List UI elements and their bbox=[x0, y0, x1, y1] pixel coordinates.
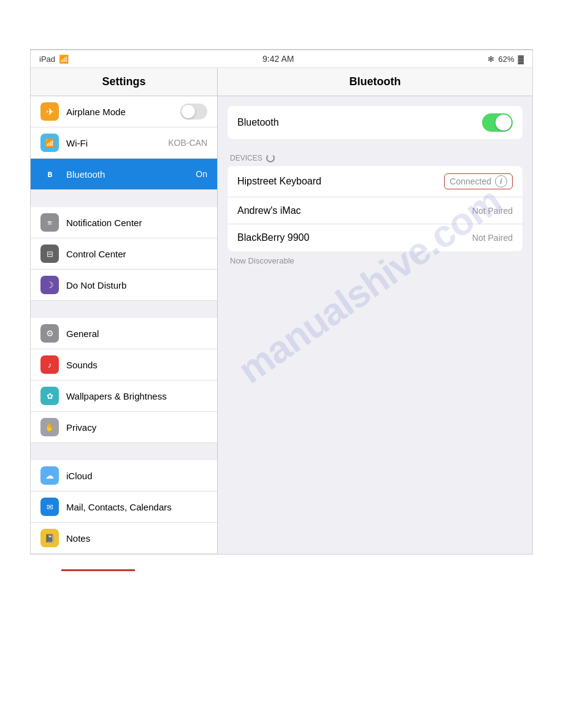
status-bar: iPad 📶 9:42 AM ✻ 62% ▓ bbox=[31, 50, 532, 68]
bottom-red-line bbox=[61, 569, 135, 571]
notification-center-label: Notification Center bbox=[66, 218, 207, 228]
privacy-icon: ✋ bbox=[40, 418, 59, 436]
sidebar-item-airplane-mode[interactable]: ✈ Airplane Mode bbox=[31, 96, 217, 127]
device-status-hipstreet: Connected i bbox=[444, 173, 513, 189]
ipad-frame: iPad 📶 9:42 AM ✻ 62% ▓ Settings ✈ Airpla… bbox=[30, 50, 533, 555]
mail-label: Mail, Contacts, Calendars bbox=[66, 502, 207, 512]
connected-text: Connected bbox=[450, 176, 491, 186]
detail-panel: Bluetooth Bluetooth DEVICES bbox=[218, 68, 532, 554]
icloud-label: iCloud bbox=[66, 471, 207, 481]
icloud-icon: ☁ bbox=[40, 466, 59, 485]
sidebar-item-privacy[interactable]: ✋ Privacy bbox=[31, 412, 217, 443]
main-layout: Settings ✈ Airplane Mode 📶 Wi-Fi KOB-CAN bbox=[31, 68, 532, 554]
general-icon: ⚙ bbox=[40, 324, 59, 343]
sidebar-sep-1 bbox=[31, 190, 217, 207]
sidebar-item-wallpapers[interactable]: ✿ Wallpapers & Brightness bbox=[31, 381, 217, 412]
sidebar-item-wifi[interactable]: 📶 Wi-Fi KOB-CAN bbox=[31, 127, 217, 159]
sidebar-item-sounds[interactable]: ♪ Sounds bbox=[31, 349, 217, 381]
ipad-label: iPad bbox=[39, 55, 55, 64]
status-time: 9:42 AM bbox=[262, 54, 294, 64]
toggle-knob bbox=[496, 115, 511, 131]
privacy-label: Privacy bbox=[66, 422, 207, 433]
notes-label: Notes bbox=[66, 533, 207, 544]
bluetooth-toggle-label: Bluetooth bbox=[237, 117, 279, 128]
general-label: General bbox=[66, 328, 207, 339]
sidebar-item-general[interactable]: ⚙ General bbox=[31, 318, 217, 349]
wifi-value: KOB-CAN bbox=[168, 138, 207, 148]
devices-label-text: DEVICES bbox=[230, 154, 262, 162]
detail-content: Bluetooth DEVICES Hipstreet Keyboard bbox=[218, 96, 532, 554]
connected-badge: Connected i bbox=[444, 173, 513, 189]
sidebar-section-controls: ≡ Notification Center ⊟ Control Center ☽… bbox=[31, 207, 217, 301]
bluetooth-indicator: ✻ bbox=[488, 55, 494, 64]
sidebar-section-apps: ☁ iCloud ✉ Mail, Contacts, Calendars 📓 N… bbox=[31, 460, 217, 554]
control-center-icon: ⊟ bbox=[40, 245, 59, 263]
bluetooth-label: Bluetooth bbox=[66, 169, 188, 180]
info-icon-hipstreet[interactable]: i bbox=[495, 175, 507, 188]
airplane-mode-toggle[interactable] bbox=[180, 104, 207, 119]
devices-section-label: DEVICES bbox=[228, 149, 523, 166]
sidebar-item-notes[interactable]: 📓 Notes bbox=[31, 523, 217, 554]
sounds-label: Sounds bbox=[66, 360, 207, 370]
sidebar-item-mail[interactable]: ✉ Mail, Contacts, Calendars bbox=[31, 491, 217, 523]
wallpapers-label: Wallpapers & Brightness bbox=[66, 391, 207, 401]
devices-spinner bbox=[266, 154, 275, 162]
sidebar-item-do-not-disturb[interactable]: ☽ Do Not Disturb bbox=[31, 270, 217, 301]
bluetooth-toggle-row: Bluetooth bbox=[228, 106, 523, 139]
device-name-hipstreet: Hipstreet Keyboard bbox=[237, 176, 321, 187]
bluetooth-master-toggle[interactable] bbox=[482, 113, 513, 132]
bluetooth-value: On bbox=[196, 169, 207, 179]
sidebar-section-network: ✈ Airplane Mode 📶 Wi-Fi KOB-CAN ʙ Blueto… bbox=[31, 96, 217, 190]
device-name-blackberry: BlackBerry 9900 bbox=[237, 232, 309, 243]
airplane-mode-label: Airplane Mode bbox=[66, 107, 173, 117]
notes-icon: 📓 bbox=[40, 529, 59, 547]
table-row[interactable]: BlackBerry 9900 Not Paired bbox=[228, 224, 523, 251]
status-right: ✻ 62% ▓ bbox=[488, 55, 524, 64]
sidebar: Settings ✈ Airplane Mode 📶 Wi-Fi KOB-CAN bbox=[31, 68, 218, 554]
sidebar-sep-3 bbox=[31, 443, 217, 460]
device-name-imac: Andrew's iMac bbox=[237, 205, 301, 216]
battery-icon: ▓ bbox=[518, 55, 524, 64]
now-discoverable-label: Now Discoverable bbox=[228, 251, 523, 270]
bluetooth-icon: ʙ bbox=[40, 165, 59, 183]
wifi-icon: 📶 bbox=[40, 134, 59, 152]
sidebar-item-bluetooth[interactable]: ʙ Bluetooth On bbox=[31, 159, 217, 190]
sidebar-sep-2 bbox=[31, 301, 217, 318]
table-row[interactable]: Hipstreet Keyboard Connected i bbox=[228, 166, 523, 197]
wifi-label: Wi-Fi bbox=[66, 138, 161, 148]
sidebar-item-control-center[interactable]: ⊟ Control Center bbox=[31, 238, 217, 270]
airplane-mode-icon: ✈ bbox=[40, 102, 59, 121]
control-center-label: Control Center bbox=[66, 249, 207, 259]
battery-percent: 62% bbox=[498, 55, 514, 64]
notification-center-icon: ≡ bbox=[40, 213, 59, 232]
wifi-signal-icon: 📶 bbox=[59, 55, 69, 64]
wallpapers-icon: ✿ bbox=[40, 387, 59, 405]
device-status-imac: Not Paired bbox=[472, 206, 513, 216]
device-status-blackberry: Not Paired bbox=[472, 233, 513, 243]
sidebar-title: Settings bbox=[31, 68, 217, 96]
detail-title: Bluetooth bbox=[218, 68, 532, 96]
devices-list: Hipstreet Keyboard Connected i Andrew's … bbox=[228, 166, 523, 251]
do-not-disturb-icon: ☽ bbox=[40, 276, 59, 294]
sidebar-item-icloud[interactable]: ☁ iCloud bbox=[31, 460, 217, 491]
sounds-icon: ♪ bbox=[40, 355, 59, 374]
page-wrapper: iPad 📶 9:42 AM ✻ 62% ▓ Settings ✈ Airpla… bbox=[0, 0, 563, 571]
do-not-disturb-label: Do Not Disturb bbox=[66, 280, 207, 290]
status-left: iPad 📶 bbox=[39, 55, 69, 64]
mail-icon: ✉ bbox=[40, 498, 59, 516]
table-row[interactable]: Andrew's iMac Not Paired bbox=[228, 197, 523, 224]
sidebar-item-notification-center[interactable]: ≡ Notification Center bbox=[31, 207, 217, 238]
sidebar-section-general: ⚙ General ♪ Sounds ✿ Wallpapers & Bright… bbox=[31, 318, 217, 443]
